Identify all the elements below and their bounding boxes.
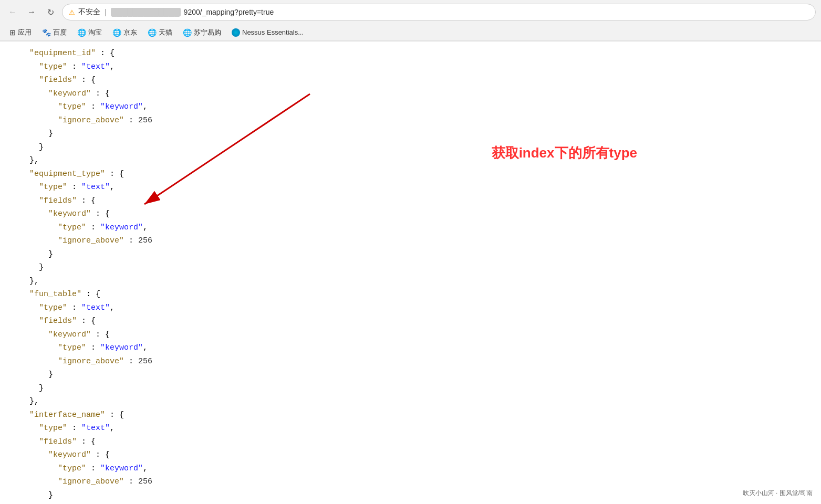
bookmark-tianmao-label: 天猫 bbox=[159, 28, 172, 37]
json-line: } bbox=[11, 248, 810, 261]
json-line: "equipment_id" : { bbox=[11, 47, 810, 60]
bookmark-taobao[interactable]: 🌐 淘宝 bbox=[73, 27, 106, 38]
json-display: "equipment_id" : { "type" : "text", "fie… bbox=[11, 47, 810, 504]
json-line: "type" : "text", bbox=[11, 422, 810, 435]
json-line: "fields" : { bbox=[11, 194, 810, 208]
tianmao-icon: 🌐 bbox=[148, 28, 157, 37]
json-line: "keyword" : { bbox=[11, 207, 810, 221]
json-line: "fun_table" : { bbox=[11, 288, 810, 301]
nav-bar: ← → ↻ ⚠ 不安全 | █████████████ 9200/_mappin… bbox=[0, 0, 821, 24]
json-line: "type" : "text", bbox=[11, 60, 810, 74]
bookmark-apps[interactable]: ⊞ 应用 bbox=[5, 27, 36, 38]
url-path: 9200/_mapping?pretty=true bbox=[184, 8, 274, 16]
back-icon: ← bbox=[8, 7, 17, 17]
bookmark-apps-label: 应用 bbox=[18, 28, 32, 37]
bookmark-nessus[interactable]: Nessus Essentials... bbox=[227, 27, 308, 38]
bookmark-nessus-label: Nessus Essentials... bbox=[242, 28, 304, 36]
bookmark-baidu-label: 百度 bbox=[53, 28, 67, 37]
json-line: } bbox=[11, 502, 810, 504]
bookmark-suning[interactable]: 🌐 苏宁易购 bbox=[179, 27, 225, 38]
json-line: "ignore_above" : 256 bbox=[11, 475, 810, 489]
json-line: "equipment_type" : { bbox=[11, 167, 810, 181]
json-line: "interface_name" : { bbox=[11, 408, 810, 422]
json-line: } bbox=[11, 368, 810, 382]
json-line: "type" : "keyword", bbox=[11, 100, 810, 114]
json-line: "type" : "text", bbox=[11, 301, 810, 315]
reload-button[interactable]: ↻ bbox=[43, 5, 58, 19]
apps-grid-icon: ⊞ bbox=[9, 28, 16, 37]
page-content: 获取index下的所有type "equipment_id" : { "type… bbox=[0, 41, 821, 504]
url-separator: | bbox=[105, 8, 107, 16]
bookmark-jd-label: 京东 bbox=[123, 28, 137, 37]
reload-icon: ↻ bbox=[47, 7, 54, 17]
json-line: } bbox=[11, 127, 810, 141]
json-line: "ignore_above" : 256 bbox=[11, 234, 810, 248]
json-line: } bbox=[11, 489, 810, 502]
json-line: "keyword" : { bbox=[11, 328, 810, 342]
forward-icon: → bbox=[27, 7, 36, 17]
json-line: } bbox=[11, 261, 810, 275]
bookmark-taobao-label: 淘宝 bbox=[88, 28, 102, 37]
suning-icon: 🌐 bbox=[183, 28, 192, 37]
bookmark-jingdong[interactable]: 🌐 京东 bbox=[108, 27, 141, 38]
browser-chrome: ← → ↻ ⚠ 不安全 | █████████████ 9200/_mappin… bbox=[0, 0, 821, 41]
json-line: "fields" : { bbox=[11, 435, 810, 449]
json-line: "type" : "keyword", bbox=[11, 341, 810, 355]
json-line: }, bbox=[11, 154, 810, 167]
security-label: 不安全 bbox=[78, 7, 100, 17]
json-line: "type" : "text", bbox=[11, 181, 810, 194]
json-line: "keyword" : { bbox=[11, 87, 810, 101]
json-line: "ignore_above" : 256 bbox=[11, 114, 810, 128]
watermark: 吹灭小山河 · 围风堂/司南 bbox=[740, 488, 816, 499]
back-button[interactable]: ← bbox=[5, 5, 20, 19]
json-line: "type" : "keyword", bbox=[11, 462, 810, 476]
json-line: }, bbox=[11, 395, 810, 408]
taobao-icon: 🌐 bbox=[77, 28, 86, 37]
json-line: }, bbox=[11, 275, 810, 288]
url-masked: █████████████ bbox=[111, 8, 181, 16]
json-line: "keyword" : { bbox=[11, 448, 810, 462]
json-line: "type" : "keyword", bbox=[11, 221, 810, 235]
annotation-text: 获取index下的所有type bbox=[492, 141, 637, 164]
bookmark-baidu[interactable]: 🐾 百度 bbox=[38, 27, 71, 38]
json-line: "ignore_above" : 256 bbox=[11, 355, 810, 369]
json-line: } bbox=[11, 141, 810, 154]
jd-icon: 🌐 bbox=[112, 28, 121, 37]
baidu-icon: 🐾 bbox=[42, 28, 51, 37]
json-line: } bbox=[11, 382, 810, 395]
nessus-icon bbox=[232, 28, 240, 37]
bookmark-suning-label: 苏宁易购 bbox=[194, 28, 221, 37]
lock-icon: ⚠ bbox=[69, 8, 75, 16]
address-bar[interactable]: ⚠ 不安全 | █████████████ 9200/_mapping?pret… bbox=[62, 4, 816, 20]
bookmark-tianmao[interactable]: 🌐 天猫 bbox=[143, 27, 176, 38]
bookmarks-bar: ⊞ 应用 🐾 百度 🌐 淘宝 🌐 京东 🌐 天猫 🌐 苏宁易购 Nessus E… bbox=[0, 24, 821, 41]
forward-button[interactable]: → bbox=[24, 5, 39, 19]
json-line: "fields" : { bbox=[11, 74, 810, 87]
json-line: "fields" : { bbox=[11, 314, 810, 328]
